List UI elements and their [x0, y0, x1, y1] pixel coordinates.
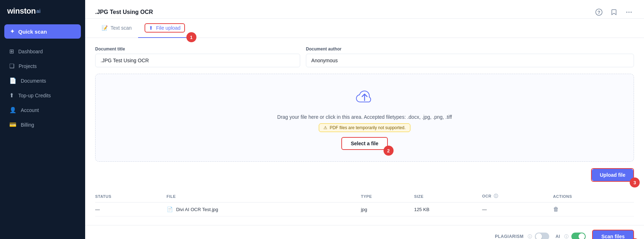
quick-scan-button[interactable]: ✦ Quick scan — [4, 24, 81, 39]
plagiarism-label: PLAGIARISM — [495, 234, 523, 239]
plagiarism-toggle[interactable] — [535, 233, 549, 239]
sidebar-item-account[interactable]: 👤 Account — [4, 103, 81, 117]
documents-icon: 📄 — [9, 77, 16, 84]
plagiarism-info-icon: ⓘ — [528, 234, 532, 239]
help-icon: ? — [595, 9, 602, 16]
sidebar-item-topup[interactable]: ⬆ Top-up Credits — [4, 88, 81, 102]
svg-point-3 — [629, 11, 630, 13]
sidebar-item-label: Projects — [19, 63, 37, 69]
annotation-2: 2 — [384, 146, 394, 156]
table-header: STATUS FILE TYPE SIZE OCR ⓘ ACTIONS — [95, 190, 634, 203]
sidebar-item-billing[interactable]: 💳 Billing — [4, 118, 81, 132]
account-icon: 👤 — [9, 107, 16, 113]
upload-file-button[interactable]: Upload file — [592, 169, 633, 181]
doc-author-input[interactable] — [306, 54, 634, 67]
warning-icon: ⚠ — [323, 125, 327, 130]
tab-text-scan[interactable]: 📝 Text scan — [95, 19, 138, 38]
ai-toggle[interactable] — [571, 233, 586, 239]
sidebar: winstonai ✦ Quick scan ⊞ Dashboard ❑ Pro… — [0, 0, 85, 239]
sidebar-item-projects[interactable]: ❑ Projects — [4, 59, 81, 73]
header-actions: ? — [594, 7, 634, 17]
cell-status: — — [95, 203, 167, 216]
col-actions: ACTIONS — [553, 190, 634, 203]
sidebar-item-label: Account — [21, 107, 39, 113]
cell-ocr: — — [482, 203, 553, 216]
file-dropzone[interactable]: Drag your file here or click in this are… — [95, 74, 634, 162]
sidebar-item-label: Top-up Credits — [18, 93, 51, 98]
doc-title-group: Document title — [95, 47, 300, 67]
svg-point-2 — [626, 11, 628, 13]
cell-size: 125 KB — [414, 203, 482, 216]
cell-file: 📄 Divi AI OCR Test.jpg — [167, 203, 361, 216]
billing-icon: 💳 — [9, 121, 16, 128]
annotation-3: 3 — [630, 177, 640, 187]
col-size: SIZE — [414, 190, 482, 203]
file-name: Divi AI OCR Test.jpg — [176, 207, 218, 212]
bookmark-button[interactable] — [609, 7, 619, 17]
tab-text-scan-label: Text scan — [111, 25, 132, 31]
ocr-info-icon: ⓘ — [494, 194, 498, 199]
sidebar-item-label: Billing — [21, 122, 34, 128]
sidebar-item-documents[interactable]: 📄 Documents — [4, 74, 81, 88]
ai-info-icon: ⓘ — [564, 234, 569, 239]
topup-icon: ⬆ — [9, 92, 14, 99]
annotation-1: 1 — [186, 32, 196, 42]
upload-cloud-icon — [355, 87, 374, 110]
upload-row: Upload file 3 — [95, 168, 634, 182]
help-button[interactable]: ? — [594, 7, 604, 17]
upload-icon: ⬆ — [149, 25, 153, 31]
scan-files-button[interactable]: Scan files — [592, 230, 634, 239]
cell-type: jpg — [361, 203, 414, 216]
sidebar-item-dashboard[interactable]: ⊞ Dashboard — [4, 44, 81, 58]
ai-label: AI — [556, 234, 560, 239]
dashboard-icon: ⊞ — [9, 48, 14, 55]
col-ocr: OCR ⓘ — [482, 190, 553, 203]
col-type: TYPE — [361, 190, 414, 203]
form-row: Document title Document author — [95, 47, 634, 67]
logo: winstonai — [0, 0, 85, 23]
tab-file-upload[interactable]: ⬆ File upload 1 — [138, 19, 191, 38]
ai-toggle-wrap: AI ⓘ — [556, 233, 586, 239]
bookmark-icon — [610, 9, 618, 16]
doc-author-label: Document author — [306, 47, 634, 52]
cell-actions: 🗑 — [553, 203, 634, 216]
tab-file-upload-label: File upload — [156, 25, 181, 31]
main-header: .JPG Test Using OCR ? — [85, 0, 644, 19]
quick-scan-icon: ✦ — [10, 28, 15, 35]
doc-title-label: Document title — [95, 47, 300, 52]
sidebar-item-label: Documents — [21, 78, 46, 84]
table-row: — 📄 Divi AI OCR Test.jpg jpg 125 KB — 🗑 — [95, 203, 634, 216]
tab-bar: 📝 Text scan ⬆ File upload 1 — [85, 19, 644, 38]
pdf-warning: ⚠ PDF files are temporarily not supporte… — [319, 123, 410, 132]
svg-point-4 — [631, 11, 632, 13]
pdf-warning-text: PDF files are temporarily not supported. — [330, 125, 405, 130]
quick-scan-label: Quick scan — [18, 29, 47, 35]
dropzone-text: Drag your file here or click in this are… — [277, 114, 452, 120]
projects-icon: ❑ — [9, 63, 14, 69]
file-type-icon: 📄 — [167, 206, 173, 212]
content-area: Document title Document author Drag your… — [85, 38, 644, 225]
sidebar-item-label: Dashboard — [18, 49, 43, 54]
logo-text: winston — [7, 6, 36, 16]
delete-file-button[interactable]: 🗑 — [553, 206, 559, 213]
file-table: STATUS FILE TYPE SIZE OCR ⓘ ACTIONS — 📄 — [95, 190, 634, 216]
doc-title-input[interactable] — [95, 54, 300, 67]
bottom-bar: PLAGIARISM ⓘ AI ⓘ Scan files 4 — [85, 225, 644, 239]
text-scan-icon: 📝 — [102, 25, 108, 31]
page-title: .JPG Test Using OCR — [95, 9, 153, 15]
sidebar-nav: ⊞ Dashboard ❑ Projects 📄 Documents ⬆ Top… — [0, 44, 85, 239]
logo-ai: ai — [36, 8, 41, 14]
plagiarism-toggle-wrap: PLAGIARISM ⓘ — [495, 233, 549, 239]
col-file: FILE — [167, 190, 361, 203]
more-button[interactable] — [624, 7, 634, 17]
doc-author-group: Document author — [306, 47, 634, 67]
main-content: .JPG Test Using OCR ? 📝 — [85, 0, 644, 239]
col-status: STATUS — [95, 190, 167, 203]
select-file-button[interactable]: Select a file — [341, 137, 387, 150]
svg-text:?: ? — [597, 10, 600, 15]
more-icon — [625, 9, 633, 16]
